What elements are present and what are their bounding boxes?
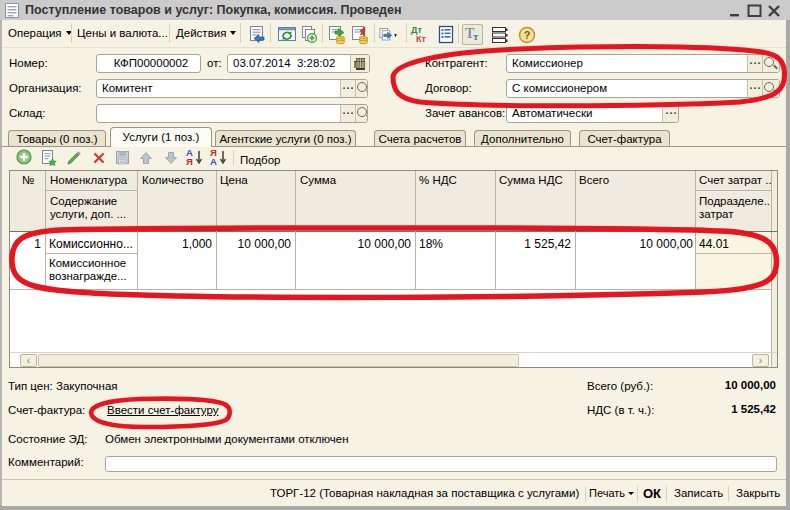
svg-text:?: ? — [524, 29, 531, 41]
